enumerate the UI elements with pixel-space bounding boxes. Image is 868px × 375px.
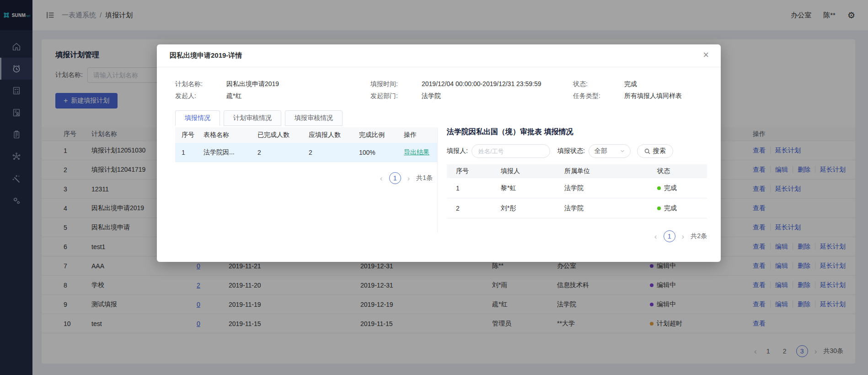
dept-value: 法学院	[422, 92, 441, 99]
status-text: 完成	[664, 204, 677, 212]
cell-form-name: 法学院因...	[204, 148, 257, 157]
col-header-unit: 所属单位	[564, 167, 657, 175]
cell-unit: 法学院	[564, 204, 657, 212]
initiator-value: 疏*红	[226, 92, 241, 99]
col-header-ops: 操作	[404, 131, 437, 139]
time-value: 2019/12/04 00:00:00-2019/12/31 23:59:59	[422, 80, 541, 87]
col-header-index: 序号	[182, 131, 204, 139]
form-row-selected[interactable]: 1 法学院因... 2 2 100% 导出结果	[175, 143, 437, 162]
cell-done-count: 2	[257, 149, 309, 156]
col-header-done: 已完成人数	[257, 131, 309, 139]
status-value: 完成	[624, 80, 637, 87]
pagination-prev[interactable]: ‹	[380, 174, 383, 182]
plan-detail-modal: 因私出境申请2019-详情 × 计划名称:因私出境申请2019 发起人:疏*红 …	[157, 44, 721, 262]
type-value: 所有填报人填同样表	[624, 92, 682, 99]
pagination-prev[interactable]: ‹	[654, 233, 657, 240]
plan-name-value: 因私出境申请2019	[226, 80, 279, 87]
forms-table-header: 序号 表格名称 已完成人数 应填报人数 完成比例 操作	[175, 127, 437, 143]
fillers-table: 序号 填报人 所属单位 状态 1 黎*虹 法学院 完成 2 刘*彤 法学院 完成	[447, 164, 707, 218]
filler-label: 填报人:	[447, 147, 468, 155]
fill-status-label: 填报状态:	[557, 147, 585, 155]
status-dot	[657, 186, 661, 190]
modal-tabs: 填报情况 计划审核情况 填报审核情况	[175, 110, 708, 126]
modal-title: 因私出境申请2019-详情	[170, 51, 242, 60]
type-label: 任务类型:	[573, 91, 624, 100]
fillers-panel: 法学院因私出国（境）审批表 填报情况 填报人: 填报状态: 全部 搜索 序号 填…	[447, 127, 707, 242]
cell-ratio: 100%	[359, 149, 404, 156]
chevron-down-icon	[620, 149, 625, 153]
cell-index: 1	[182, 149, 204, 156]
forms-pagination: ‹ 1 › 共1条	[175, 172, 437, 184]
tab-fill-review[interactable]: 填报审核情况	[285, 110, 343, 126]
search-button[interactable]: 搜索	[637, 144, 673, 158]
col-header-form-name: 表格名称	[204, 131, 257, 139]
plan-name-label: 计划名称:	[175, 79, 226, 88]
pagination-total: 共1条	[416, 174, 433, 182]
col-header-status: 状态	[657, 167, 707, 175]
cell-filler-name: 黎*虹	[501, 184, 564, 192]
fill-status-selected-value: 全部	[595, 147, 607, 155]
fillers-pagination: ‹ 1 › 共2条	[447, 230, 707, 242]
fillers-table-header: 序号 填报人 所属单位 状态	[447, 164, 707, 178]
filler-row: 2 刘*彤 法学院 完成	[447, 198, 707, 218]
status-text: 完成	[664, 184, 677, 191]
col-header-ratio: 完成比例	[359, 131, 404, 139]
forms-panel: 序号 表格名称 已完成人数 应填报人数 完成比例 操作 1 法学院因... 2 …	[175, 127, 438, 233]
pagination-page-current[interactable]: 1	[389, 172, 401, 184]
cell-index: 1	[456, 185, 501, 192]
cell-unit: 法学院	[564, 184, 657, 192]
pagination-next[interactable]: ›	[682, 233, 685, 240]
pagination-total: 共2条	[691, 232, 707, 240]
filler-search-input[interactable]	[472, 144, 550, 158]
tab-plan-review[interactable]: 计划审核情况	[224, 110, 281, 126]
status-dot	[657, 207, 661, 210]
cell-index: 2	[456, 205, 501, 212]
pagination-page-current[interactable]: 1	[664, 230, 675, 242]
plan-info: 计划名称:因私出境申请2019 发起人:疏*红 填报时间:2019/12/04 …	[157, 67, 721, 100]
close-icon[interactable]: ×	[703, 50, 709, 60]
col-header-filler: 填报人	[501, 167, 564, 175]
status-label: 状态:	[573, 79, 624, 88]
col-header-required: 应填报人数	[309, 131, 359, 139]
col-header-index: 序号	[456, 167, 501, 175]
dept-label: 发起部门:	[370, 91, 422, 100]
export-result-link[interactable]: 导出结果	[404, 148, 429, 156]
fill-status-select[interactable]: 全部	[589, 144, 631, 158]
pagination-next[interactable]: ›	[407, 174, 410, 182]
cell-filler-name: 刘*彤	[501, 204, 564, 212]
search-icon	[644, 148, 650, 154]
fillers-panel-title: 法学院因私出国（境）审批表 填报情况	[447, 127, 707, 137]
time-label: 填报时间:	[370, 79, 422, 88]
fillers-filter-row: 填报人: 填报状态: 全部 搜索	[447, 144, 707, 158]
initiator-label: 发起人:	[175, 91, 226, 100]
filler-row: 1 黎*虹 法学院 完成	[447, 178, 707, 198]
tab-fill-status[interactable]: 填报情况	[175, 110, 220, 126]
modal-header: 因私出境申请2019-详情	[157, 44, 721, 67]
cell-required-count: 2	[309, 149, 359, 156]
